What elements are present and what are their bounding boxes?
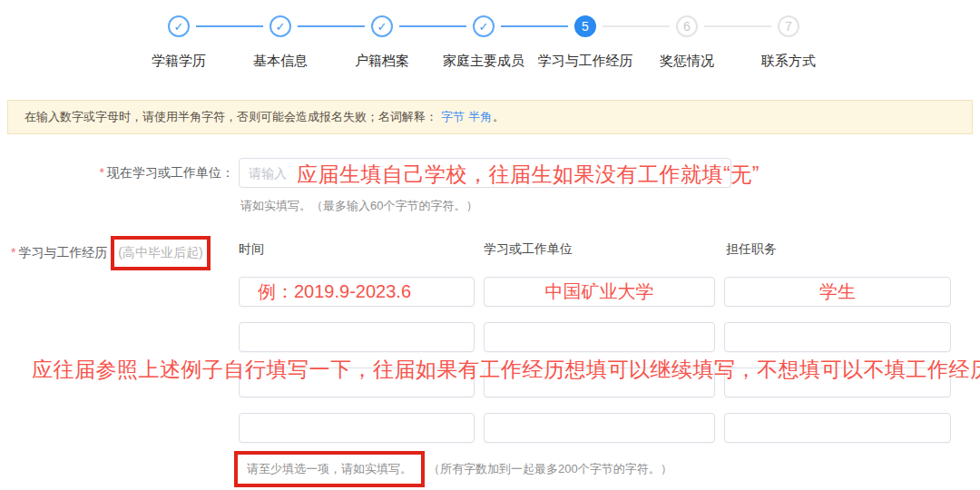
footer-note-rest: （所有字数加到一起最多200个字节的字符。） — [428, 461, 672, 477]
link-byte[interactable]: 字节 — [441, 109, 465, 125]
notice-suffix: 。 — [493, 109, 505, 125]
required-asterisk: * — [11, 245, 15, 260]
experience-unit-input-3[interactable] — [484, 368, 715, 397]
stepper-connector — [501, 25, 568, 27]
experience-time-input-4[interactable] — [239, 413, 475, 443]
work-unit-input[interactable] — [239, 158, 731, 188]
halfwidth-notice-bar: 在输入数字或字母时，请使用半角字符，否则可能会造成报名失败；名词解释： 字节 半… — [7, 100, 973, 134]
experience-footer-note: 请至少填选一项，请如实填写。 （所有字数加到一起最多200个字节的字符。） — [234, 451, 672, 487]
experience-role-input-1[interactable] — [724, 277, 951, 307]
experience-role-input-2[interactable] — [724, 322, 951, 352]
stepper-connector — [399, 25, 466, 27]
step-7-badge[interactable]: 7 — [778, 15, 799, 37]
work-unit-help: 请如实填写。（最多输入60个字节的字符。） — [240, 198, 477, 214]
experience-label: *学习与工作经历 (高中毕业后起) — [11, 236, 211, 270]
footer-note-highlight: 请至少填选一项，请如实填写。 — [234, 451, 425, 487]
column-header-role: 担任职务 — [726, 241, 777, 258]
registration-form-page: ✓ ✓ ✓ ✓ 5 6 7 学籍学历 基本信息 户籍档案 家庭主要成员 学习与工… — [0, 0, 980, 490]
link-halfwidth[interactable]: 半角 — [468, 109, 492, 125]
step-6-badge[interactable]: 6 — [676, 15, 698, 37]
experience-time-input-1[interactable] — [239, 277, 475, 307]
experience-role-input-3[interactable] — [724, 368, 951, 397]
column-header-unit: 学习或工作单位 — [484, 241, 573, 258]
experience-unit-input-1[interactable] — [484, 277, 715, 307]
stepper-connector — [603, 25, 670, 27]
step-label-lianxi[interactable]: 联系方式 — [725, 53, 852, 70]
step-4-check-icon[interactable]: ✓ — [473, 15, 495, 37]
experience-unit-input-4[interactable] — [484, 413, 715, 443]
column-header-time: 时间 — [239, 241, 264, 258]
experience-time-input-2[interactable] — [239, 322, 475, 352]
stepper-connector — [298, 25, 365, 27]
work-unit-label: *现在学习或工作单位： — [0, 165, 234, 181]
step-3-check-icon[interactable]: ✓ — [371, 15, 393, 37]
experience-role-input-4[interactable] — [724, 413, 951, 443]
experience-unit-input-2[interactable] — [484, 322, 715, 352]
experience-label-note-highlight: (高中毕业后起) — [111, 236, 210, 270]
step-5-current-badge[interactable]: 5 — [574, 15, 596, 37]
step-1-check-icon[interactable]: ✓ — [168, 15, 190, 37]
experience-time-input-3[interactable] — [239, 368, 475, 397]
required-asterisk: * — [100, 165, 104, 180]
notice-text: 在输入数字或字母时，请使用半角字符，否则可能会造成报名失败；名词解释： — [24, 109, 437, 125]
stepper-connector — [196, 25, 263, 27]
step-2-check-icon[interactable]: ✓ — [270, 15, 291, 37]
stepper-connector — [704, 25, 771, 27]
